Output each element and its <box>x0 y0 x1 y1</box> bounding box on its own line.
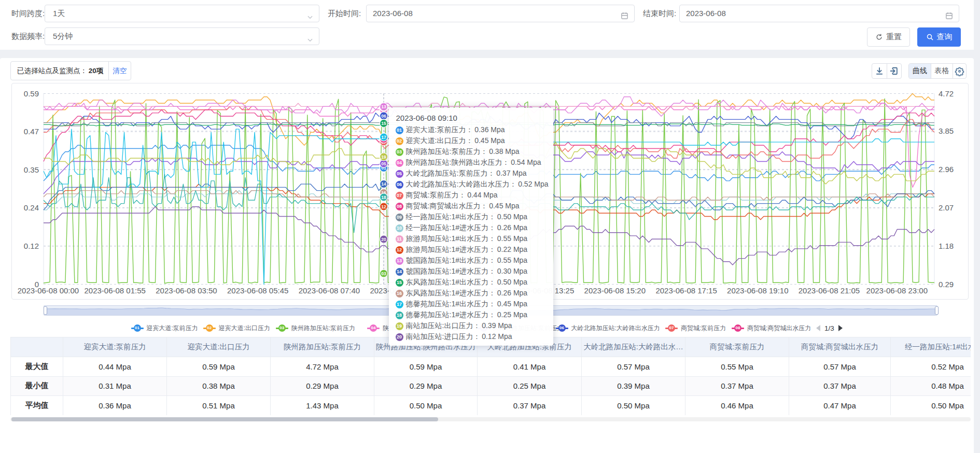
svg-text:06: 06 <box>381 114 386 119</box>
svg-text:20: 20 <box>381 237 386 242</box>
svg-text:2023-06-08 15:20: 2023-06-08 15:20 <box>584 286 646 295</box>
svg-text:3.85: 3.85 <box>939 126 954 135</box>
svg-text:12: 12 <box>381 204 386 209</box>
svg-text:03: 03 <box>381 271 386 276</box>
svg-text:2.96: 2.96 <box>939 165 954 174</box>
svg-text:05: 05 <box>381 161 386 166</box>
svg-text:0.12: 0.12 <box>24 242 39 250</box>
svg-text:18: 18 <box>381 195 386 200</box>
svg-text:2023-06-08 19:10: 2023-06-08 19:10 <box>727 286 788 295</box>
svg-text:2023-06-08 00:00: 2023-06-08 00:00 <box>18 286 79 295</box>
svg-text:2023-06-08 01:55: 2023-06-08 01:55 <box>84 286 145 295</box>
svg-text:2023-06-08 23:00: 2023-06-08 23:00 <box>866 286 928 295</box>
svg-text:0.47: 0.47 <box>24 127 39 136</box>
svg-text:0.35: 0.35 <box>24 165 39 174</box>
svg-text:0.29: 0.29 <box>939 280 954 289</box>
svg-text:13: 13 <box>381 104 386 109</box>
svg-text:2023-06-08 21:05: 2023-06-08 21:05 <box>799 286 860 295</box>
svg-text:14: 14 <box>381 181 386 187</box>
svg-text:0.24: 0.24 <box>24 203 39 212</box>
svg-text:1.18: 1.18 <box>939 242 954 250</box>
svg-text:4.72: 4.72 <box>939 89 954 98</box>
svg-text:2023-06-08 07:40: 2023-06-08 07:40 <box>299 286 360 295</box>
svg-text:2023-06-08 17:15: 2023-06-08 17:15 <box>655 286 717 295</box>
svg-text:15: 15 <box>381 121 386 126</box>
svg-text:19: 19 <box>381 154 386 160</box>
svg-text:2.07: 2.07 <box>939 203 954 212</box>
svg-text:17: 17 <box>381 135 386 140</box>
svg-text:2023-06-08 05:45: 2023-06-08 05:45 <box>227 286 288 295</box>
svg-text:0.59: 0.59 <box>24 89 39 98</box>
svg-text:2023-06-08 03:50: 2023-06-08 03:50 <box>156 286 217 295</box>
